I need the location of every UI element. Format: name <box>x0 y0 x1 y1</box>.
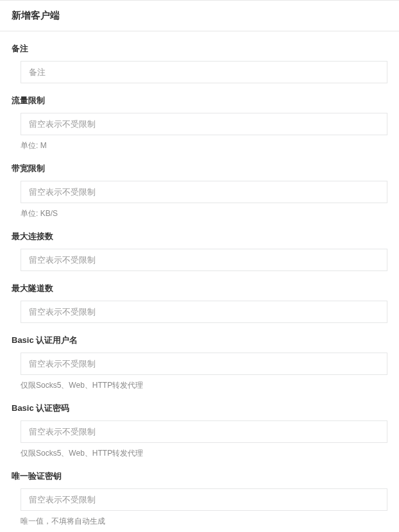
remark-group: 备注 <box>12 43 387 83</box>
max-conn-input[interactable] <box>21 249 387 271</box>
basic-user-help: 仅限Socks5、Web、HTTP转发代理 <box>21 380 387 391</box>
basic-pass-help: 仅限Socks5、Web、HTTP转发代理 <box>21 448 387 459</box>
max-conn-group: 最大连接数 <box>12 231 387 271</box>
max-tunnel-group: 最大隧道数 <box>12 283 387 323</box>
flow-limit-label: 流量限制 <box>12 95 387 106</box>
verify-key-input[interactable] <box>21 488 387 511</box>
bandwidth-limit-label: 带宽限制 <box>12 163 387 174</box>
bandwidth-limit-group: 带宽限制 单位: KB/S <box>12 163 387 219</box>
basic-pass-input[interactable] <box>21 420 387 443</box>
bandwidth-limit-help: 单位: KB/S <box>21 208 387 219</box>
flow-limit-group: 流量限制 单位: M <box>12 95 387 151</box>
max-tunnel-label: 最大隧道数 <box>12 283 387 294</box>
verify-key-label: 唯一验证密钥 <box>12 470 387 482</box>
remark-label: 备注 <box>12 43 387 54</box>
add-client-panel: 新增客户端 备注 流量限制 单位: M 带宽限制 单位: KB/S 最大连接数 … <box>0 0 399 532</box>
max-conn-label: 最大连接数 <box>12 231 387 242</box>
panel-body: 备注 流量限制 单位: M 带宽限制 单位: KB/S 最大连接数 最大隧道数 … <box>0 43 399 532</box>
flow-limit-help: 单位: M <box>21 140 387 151</box>
basic-user-group: Basic 认证用户名 仅限Socks5、Web、HTTP转发代理 <box>12 335 387 391</box>
bandwidth-limit-input[interactable] <box>21 181 387 203</box>
basic-user-input[interactable] <box>21 353 387 375</box>
basic-user-label: Basic 认证用户名 <box>12 335 387 346</box>
verify-key-help: 唯一值，不填将自动生成 <box>21 516 387 527</box>
max-tunnel-input[interactable] <box>21 301 387 323</box>
basic-pass-label: Basic 认证密码 <box>12 403 387 414</box>
flow-limit-input[interactable] <box>21 113 387 135</box>
verify-key-group: 唯一验证密钥 唯一值，不填将自动生成 <box>12 470 387 527</box>
basic-pass-group: Basic 认证密码 仅限Socks5、Web、HTTP转发代理 <box>12 403 387 459</box>
panel-title: 新增客户端 <box>0 1 399 31</box>
remark-input[interactable] <box>21 61 387 83</box>
